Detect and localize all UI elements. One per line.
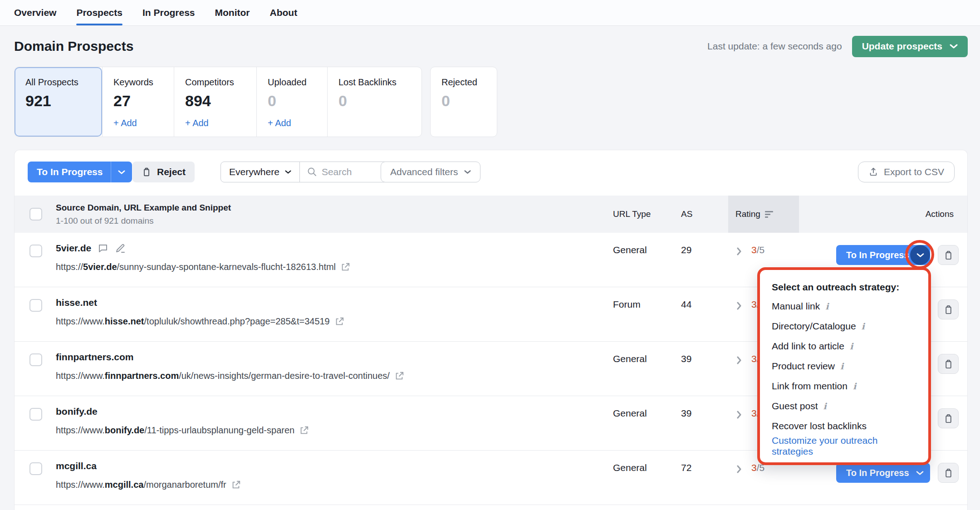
strategy-directory-catalogue[interactable]: Directory/Catalogue i — [772, 316, 916, 336]
expand-rating-chevron-right-icon[interactable] — [736, 410, 742, 421]
url-domain: finnpartners.com — [105, 371, 179, 381]
prospect-source-cards: All Prospects 921 Keywords 27 + Add Comp… — [14, 67, 497, 137]
search-group: Everywhere — [220, 162, 399, 182]
add-competitors-link[interactable]: + Add — [185, 118, 209, 128]
strategy-label: Recover lost backlinks — [772, 421, 867, 432]
tab-in-progress[interactable]: In Progress — [142, 0, 195, 25]
external-link-icon[interactable] — [334, 317, 344, 327]
row-to-in-progress-button[interactable]: To In Progress — [836, 245, 930, 265]
row-to-in-progress-button[interactable]: To In Progress — [836, 463, 930, 483]
row-checkbox[interactable] — [29, 245, 42, 257]
info-icon[interactable]: i — [862, 321, 865, 331]
card-value: 0 — [441, 92, 497, 110]
card-label: Keywords — [113, 77, 174, 88]
strategy-link-from-mention[interactable]: Link from mention i — [772, 376, 916, 396]
top-nav: Overview Prospects In Progress Monitor A… — [0, 0, 980, 26]
row-as-score: 39 — [681, 408, 691, 419]
info-icon[interactable]: i — [853, 381, 856, 391]
row-checkbox[interactable] — [29, 408, 42, 421]
expand-rating-chevron-right-icon[interactable] — [736, 465, 742, 476]
advanced-filters-button[interactable]: Advanced filters — [381, 162, 480, 182]
external-link-icon[interactable] — [394, 371, 404, 381]
rating-value: 3 — [751, 462, 757, 473]
external-link-icon[interactable] — [299, 426, 309, 436]
row-domain[interactable]: finnpartners.com — [56, 352, 134, 363]
row-delete-button[interactable] — [938, 245, 959, 265]
url-domain: 5vier.de — [83, 262, 117, 272]
strategy-recover-lost-backlinks[interactable]: Recover lost backlinks — [772, 416, 916, 436]
tab-prospects[interactable]: Prospects — [76, 0, 122, 25]
row-delete-button[interactable] — [938, 354, 959, 374]
column-rating-label: Rating — [735, 209, 760, 219]
export-icon — [868, 167, 878, 177]
row-delete-button[interactable] — [938, 463, 959, 483]
row-as-score: 29 — [681, 245, 691, 255]
row-domain[interactable]: 5vier.de — [56, 243, 91, 254]
tab-about[interactable]: About — [270, 0, 297, 25]
card-all-prospects[interactable]: All Prospects 921 — [15, 67, 102, 137]
strategy-manual-link[interactable]: Manual link i — [772, 296, 916, 316]
info-icon[interactable]: i — [850, 341, 853, 351]
card-rejected[interactable]: Rejected 0 — [430, 67, 497, 137]
expand-rating-chevron-right-icon[interactable] — [736, 301, 742, 312]
search-scope-select[interactable]: Everywhere — [221, 162, 300, 182]
last-update-text: Last update: a few seconds ago — [707, 41, 842, 52]
row-checkbox[interactable] — [29, 299, 42, 312]
row-domain[interactable]: mcgill.ca — [56, 461, 97, 471]
chevron-down-icon[interactable] — [916, 471, 924, 476]
update-prospects-button[interactable]: Update prospects — [852, 36, 968, 57]
strategy-add-link-to-article[interactable]: Add link to article i — [772, 336, 916, 356]
expand-rating-chevron-right-icon[interactable] — [736, 247, 742, 258]
row-url-link[interactable]: https://www.bonify.de/11-tipps-urlaubspl… — [56, 425, 309, 436]
row-url-link[interactable]: https://5vier.de/sunny-sunday-spontane-k… — [56, 262, 350, 272]
chevron-down-icon — [464, 170, 471, 174]
card-competitors[interactable]: Competitors 894 + Add — [174, 67, 256, 137]
card-keywords[interactable]: Keywords 27 + Add — [102, 67, 174, 137]
chevron-down-icon — [950, 44, 958, 49]
row-domain[interactable]: hisse.net — [56, 297, 97, 308]
card-uploaded[interactable]: Uploaded 0 + Add — [256, 67, 327, 137]
bulk-to-in-progress-button[interactable]: To In Progress — [28, 162, 132, 182]
card-value: 27 — [113, 92, 174, 110]
row-url-link[interactable]: https://www.mcgill.ca/morganarboretum/fr — [56, 480, 241, 490]
comment-icon[interactable] — [98, 243, 108, 254]
info-icon[interactable]: i — [840, 361, 843, 371]
select-all-checkbox[interactable] — [29, 208, 42, 221]
strategy-product-review[interactable]: Product review i — [772, 356, 916, 376]
row-delete-button[interactable] — [938, 299, 959, 319]
card-value: 894 — [185, 92, 256, 110]
row-url-link[interactable]: https://www.hisse.net/topluluk/showthrea… — [56, 316, 344, 327]
row-checkbox[interactable] — [29, 462, 42, 475]
add-uploaded-link[interactable]: + Add — [268, 118, 291, 128]
page-header: Domain Prospects Last update: a few seco… — [14, 26, 968, 67]
row-url-type: Forum — [613, 299, 641, 310]
row-domain[interactable]: bonify.de — [56, 406, 98, 417]
strategy-guest-post[interactable]: Guest post i — [772, 396, 916, 416]
row-url-type: General — [613, 462, 647, 473]
info-icon[interactable]: i — [825, 301, 828, 311]
strategy-label: Product review — [772, 361, 835, 372]
info-icon[interactable]: i — [823, 401, 827, 411]
tab-monitor[interactable]: Monitor — [215, 0, 250, 25]
add-keywords-link[interactable]: + Add — [113, 118, 137, 128]
chevron-down-icon[interactable] — [111, 170, 132, 175]
external-link-icon[interactable] — [231, 480, 241, 490]
card-value: 0 — [268, 92, 327, 110]
column-rating-sort[interactable]: Rating — [735, 196, 773, 233]
edit-pencil-icon[interactable] — [115, 243, 126, 254]
row-url-link[interactable]: https://www.finnpartners.com/uk/news-ins… — [56, 371, 404, 381]
card-label: Competitors — [185, 77, 256, 88]
customize-strategies-link[interactable]: Customize your outreach strategies — [772, 436, 916, 456]
tab-overview[interactable]: Overview — [14, 0, 56, 25]
row-delete-button[interactable] — [938, 408, 959, 428]
external-link-icon[interactable] — [340, 262, 350, 272]
expand-rating-chevron-right-icon[interactable] — [736, 356, 742, 367]
card-label: Lost Backlinks — [338, 77, 421, 88]
row-url-type: General — [613, 245, 647, 255]
strategy-dropdown-toggle[interactable] — [910, 245, 930, 265]
bulk-reject-button[interactable]: Reject — [132, 162, 195, 182]
card-lost-backlinks[interactable]: Lost Backlinks 0 — [327, 67, 421, 137]
export-to-csv-button[interactable]: Export to CSV — [858, 162, 955, 182]
outreach-strategy-dropdown: Select an outreach strategy: Manual link… — [757, 267, 931, 465]
row-checkbox[interactable] — [29, 353, 42, 366]
